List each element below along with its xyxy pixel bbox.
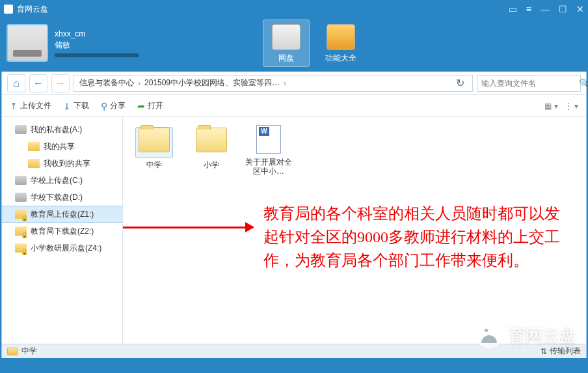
- breadcrumb[interactable]: 信息与装备中心 › 201509中小学校园网络、实验室等四… › ↻: [74, 75, 473, 92]
- sidebar-item-school-download[interactable]: 学校下载盘(D:): [2, 189, 122, 206]
- upload-button[interactable]: ⤒上传文件: [10, 100, 51, 111]
- locked-folder-icon: [15, 243, 27, 253]
- user-name: xhxx_cm: [55, 29, 139, 38]
- file-item-doc[interactable]: 关于开展对全区中小…: [245, 125, 292, 176]
- annotation-text: 教育局的各个科室的相关人员随时都可以发起针对全区的9000多教师进行材料的上交工…: [263, 202, 569, 272]
- sidebar-item-edu-upload[interactable]: 教育局上传盘(Z1:): [2, 206, 122, 223]
- download-icon: ⤓: [63, 101, 71, 111]
- menu-icon[interactable]: ≡: [526, 4, 531, 14]
- disk-icon: [272, 24, 301, 50]
- refresh-button[interactable]: ↻: [453, 77, 467, 89]
- folder-icon: [139, 128, 170, 152]
- drive-icon: [15, 176, 27, 185]
- watermark: 育网云盘: [476, 322, 576, 348]
- sidebar-item-received[interactable]: 我收到的共享: [2, 155, 122, 172]
- search-input[interactable]: [481, 79, 579, 88]
- toolbar: ⤒上传文件 ⤓下载 ⚲分享 ➦打开 ▦ ▾ ⋮ ▾: [2, 95, 586, 117]
- file-label: 关于开展对全区中小…: [245, 158, 292, 176]
- annotation-arrow: [123, 227, 253, 228]
- download-button[interactable]: ⤓下载: [63, 100, 89, 111]
- maximize-icon[interactable]: ☐: [559, 4, 567, 14]
- file-label: 中学: [131, 160, 178, 169]
- open-button[interactable]: ➦打开: [137, 100, 163, 111]
- sidebar: 我的私有盘(A:) 我的共享 我收到的共享 学校上传盘(C:) 学校下载盘(D:…: [2, 117, 123, 344]
- search-icon[interactable]: 🔍: [579, 78, 588, 89]
- drive-icon: [15, 193, 27, 202]
- user-box: xhxx_cm 储敏: [7, 18, 139, 68]
- sidebar-item-school-upload[interactable]: 学校上传盘(C:): [2, 172, 122, 189]
- drive-icon: [15, 125, 27, 134]
- tab-disk[interactable]: 网盘: [263, 20, 310, 67]
- content-pane: 中学 小学 关于开展对全区中小… 教育局的各个科室的相关人员随时都可以发起针对全…: [123, 117, 586, 344]
- title-bar: 育网云盘 ▭ ≡ — ☐ ✕: [0, 0, 588, 18]
- app-frame: ⌂ ← → 信息与装备中心 › 201509中小学校园网络、实验室等四… › ↻…: [1, 72, 587, 358]
- nav-bar: ⌂ ← → 信息与装备中心 › 201509中小学校园网络、实验室等四… › ↻…: [2, 72, 586, 95]
- file-item-folder[interactable]: 小学: [188, 125, 235, 176]
- share-icon: ⚲: [101, 101, 107, 111]
- avatar-drive-icon: [7, 24, 48, 62]
- wechat-icon: [476, 322, 502, 348]
- locked-folder-icon: [15, 210, 27, 219]
- watermark-text: 育网云盘: [509, 324, 576, 347]
- view-controls: ▦ ▾ ⋮ ▾: [544, 102, 578, 111]
- header: xhxx_cm 储敏 网盘 功能大全: [0, 18, 588, 72]
- header-tabs: 网盘 功能大全: [263, 18, 364, 68]
- status-path: 中学: [21, 346, 37, 357]
- storage-bar: [55, 53, 139, 57]
- minimize-icon[interactable]: —: [541, 4, 550, 14]
- locked-folder-icon: [15, 227, 27, 236]
- share-button[interactable]: ⚲分享: [101, 100, 126, 111]
- view-more-icon[interactable]: ⋮ ▾: [565, 102, 578, 111]
- folder-icon: [7, 348, 18, 355]
- folder-icon: [28, 142, 40, 151]
- folder-icon: [28, 159, 40, 168]
- tools-icon: [327, 24, 355, 50]
- forward-button[interactable]: →: [51, 74, 70, 92]
- chevron-right-icon: ›: [138, 79, 140, 88]
- folder-icon: [196, 128, 227, 152]
- tab-tools[interactable]: 功能大全: [317, 20, 364, 66]
- chevron-right-icon: ›: [284, 79, 286, 88]
- home-button[interactable]: ⌂: [7, 74, 25, 92]
- tab-disk-label: 网盘: [278, 53, 294, 62]
- view-grid-icon[interactable]: ▦ ▾: [544, 102, 557, 111]
- tab-tools-label: 功能大全: [325, 53, 356, 62]
- window-controls: ▭ ≡ — ☐ ✕: [509, 4, 584, 14]
- user-sub: 储敏: [55, 40, 139, 51]
- file-item-folder[interactable]: 中学: [131, 125, 178, 176]
- file-label: 小学: [188, 160, 235, 169]
- search-box[interactable]: 🔍: [477, 75, 581, 92]
- skin-icon[interactable]: ▭: [509, 4, 517, 14]
- word-doc-icon: [256, 125, 281, 154]
- sidebar-item-myshare[interactable]: 我的共享: [2, 138, 122, 155]
- breadcrumb-seg1[interactable]: 信息与装备中心: [79, 77, 134, 89]
- sidebar-item-primary-research[interactable]: 小学教研展示盘(Z4:): [2, 240, 122, 256]
- app-logo-icon: [4, 5, 13, 14]
- window-title: 育网云盘: [17, 4, 48, 15]
- upload-icon: ⤒: [10, 101, 18, 111]
- open-icon: ➦: [137, 101, 145, 111]
- body: 我的私有盘(A:) 我的共享 我收到的共享 学校上传盘(C:) 学校下载盘(D:…: [2, 117, 586, 344]
- sidebar-item-edu-download[interactable]: 教育局下载盘(Z2:): [2, 223, 122, 240]
- sidebar-item-private[interactable]: 我的私有盘(A:): [2, 121, 122, 138]
- file-grid: 中学 小学 关于开展对全区中小…: [131, 125, 578, 176]
- breadcrumb-seg2[interactable]: 201509中小学校园网络、实验室等四…: [144, 77, 280, 89]
- close-icon[interactable]: ✕: [576, 4, 584, 14]
- back-button[interactable]: ←: [29, 74, 47, 92]
